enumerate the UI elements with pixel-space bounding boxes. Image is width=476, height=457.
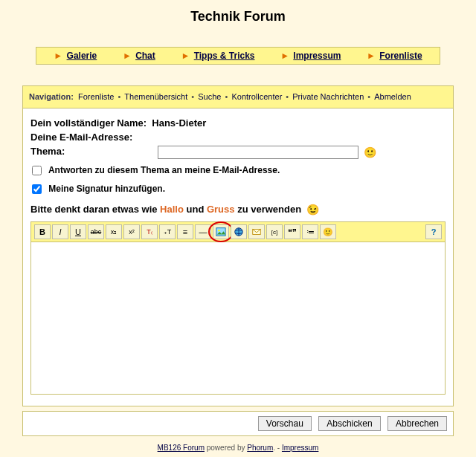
footer-forum-link[interactable]: MB126 Forum: [158, 444, 205, 452]
navlink-themenuebersicht[interactable]: Themenübersicht: [124, 92, 187, 101]
navlink-kontrollcenter[interactable]: Kontrollcenter: [231, 92, 282, 101]
email-replies-checkbox[interactable]: [32, 166, 42, 175]
button-box: Vorschau Abschicken Abbrechen: [22, 411, 454, 436]
quote-button[interactable]: ❝❞: [284, 224, 300, 239]
smiley-button[interactable]: 🙂: [320, 224, 336, 239]
email-replies-row: Antworten zu diesem Thema an meine E-Mai…: [30, 163, 446, 178]
underline-button[interactable]: U: [70, 224, 86, 239]
superscript-button[interactable]: x²: [123, 224, 140, 239]
reminder-text: Bitte denkt daran etwas wie Hallo und Gr…: [30, 204, 446, 216]
top-nav: ► Galerie ► Chat ► Tipps & Tricks ► Impr…: [36, 47, 440, 65]
bold-button[interactable]: B: [34, 224, 51, 239]
page-footer: MB126 Forum powered by Phorum. - Impress…: [6, 444, 470, 452]
arrow-icon: ►: [367, 51, 376, 61]
name-label: Dein vollständiger Name:: [30, 117, 147, 129]
form-content: Dein vollständiger Name: Hans-Dieter Dei…: [23, 108, 453, 406]
subject-input[interactable]: [158, 146, 358, 159]
nav-forenliste[interactable]: ► Forenliste: [367, 51, 422, 61]
arrow-icon: ►: [181, 51, 190, 61]
email-row: Deine E-Mail-Adresse:: [30, 132, 446, 143]
subject-label: Thema:: [30, 146, 65, 157]
strike-button[interactable]: abc: [88, 224, 104, 239]
cancel-button[interactable]: Abbrechen: [387, 416, 447, 431]
signature-checkbox[interactable]: [32, 184, 42, 194]
hr-button[interactable]: —: [195, 224, 211, 239]
subject-row: Thema: 🙂: [30, 146, 446, 159]
svg-point-1: [218, 230, 220, 232]
name-value: Hans-Dieter: [152, 117, 206, 129]
center-button[interactable]: ≡: [177, 224, 193, 239]
nav-chat[interactable]: ► Chat: [123, 51, 155, 61]
main-box: Navigation: Forenliste • Themenübersicht…: [22, 85, 454, 406]
signature-label: Meine Signatur hinzufügen.: [48, 183, 165, 193]
footer-impressum-link[interactable]: Impressum: [282, 444, 318, 452]
list-button[interactable]: ≔: [302, 224, 318, 239]
email-icon: [251, 227, 262, 237]
image-icon: [216, 227, 226, 237]
footer-phorum-link[interactable]: Phorum: [247, 444, 273, 452]
email-button[interactable]: [248, 224, 265, 239]
help-button[interactable]: ?: [425, 224, 442, 239]
page-title: Technik Forum: [6, 9, 470, 25]
subscript-button[interactable]: x₂: [106, 224, 122, 239]
navlink-private-nachrichten[interactable]: Private Nachrichten: [292, 92, 364, 101]
italic-button[interactable]: I: [52, 224, 68, 239]
message-textarea[interactable]: [30, 242, 446, 395]
nav-tipps[interactable]: ► Tipps & Tricks: [181, 51, 254, 61]
submit-button[interactable]: Abschicken: [318, 416, 380, 431]
arrow-icon: ►: [54, 51, 62, 61]
navigation-bar: Navigation: Forenliste • Themenübersicht…: [23, 86, 453, 108]
email-label: Deine E-Mail-Adresse:: [30, 132, 132, 143]
signature-row: Meine Signatur hinzufügen.: [30, 182, 446, 196]
nav-galerie[interactable]: ► Galerie: [54, 51, 97, 61]
nav-impressum[interactable]: ► Impressum: [280, 51, 341, 61]
size-button[interactable]: ₊T: [159, 224, 176, 239]
navigation-label: Navigation:: [29, 92, 74, 101]
navlink-forenliste[interactable]: Forenliste: [78, 92, 114, 101]
email-replies-label: Antworten zu diesem Thema an meine E-Mai…: [48, 164, 280, 175]
name-row: Dein vollständiger Name: Hans-Dieter: [30, 117, 446, 129]
arrow-icon: ►: [123, 51, 132, 61]
svg-rect-0: [216, 228, 225, 236]
code-button[interactable]: [c]: [266, 224, 283, 239]
wink-icon: 😉: [306, 204, 319, 215]
arrow-icon: ►: [280, 51, 289, 61]
image-button[interactable]: [213, 224, 229, 239]
editor-toolbar: B I U abc x₂ x² T₍ ₊T ≡ — [c] ❝❞ ≔ 🙂: [30, 221, 446, 242]
navlink-abmelden[interactable]: Abmelden: [374, 92, 411, 101]
url-button[interactable]: [231, 224, 247, 239]
navlink-suche[interactable]: Suche: [198, 92, 221, 101]
preview-button[interactable]: Vorschau: [258, 416, 312, 431]
smiley-icon: 🙂: [364, 146, 376, 158]
color-button[interactable]: T₍: [141, 224, 158, 239]
globe-icon: [234, 227, 244, 237]
